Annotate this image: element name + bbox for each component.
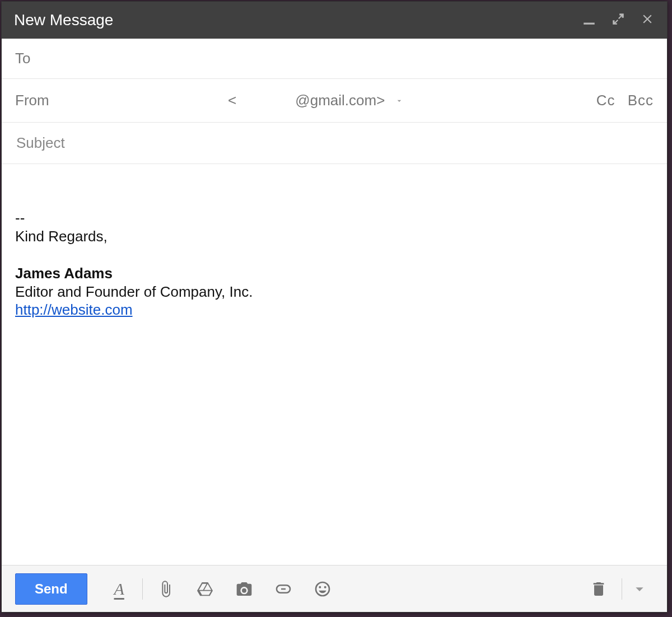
from-email[interactable]: @gmail.com> (239, 92, 385, 109)
drive-button[interactable] (185, 573, 225, 605)
subject-input[interactable] (15, 134, 654, 152)
smile-icon (314, 580, 332, 598)
to-label: To (15, 50, 30, 67)
trash-icon (590, 580, 608, 598)
close-icon[interactable] (640, 12, 655, 29)
link-button[interactable] (264, 573, 303, 605)
window-title: New Message (14, 11, 582, 29)
compose-window: New Message To From < @gmail.com> (1, 1, 668, 613)
signature-name: James Adams (15, 264, 654, 283)
window-controls (582, 12, 655, 29)
attach-button[interactable] (146, 573, 185, 605)
drive-icon (196, 580, 214, 598)
header-fields: To From < @gmail.com> Cc Bcc (2, 39, 667, 164)
minimize-icon[interactable] (582, 12, 596, 29)
cc-bcc-controls: Cc Bcc (589, 92, 654, 109)
formatting-button[interactable]: A (100, 573, 139, 605)
toolbar-divider (142, 578, 143, 600)
discard-button[interactable] (579, 573, 618, 605)
cc-button[interactable]: Cc (596, 92, 615, 109)
from-angle-open: < (228, 92, 236, 109)
to-row[interactable]: To (2, 39, 667, 79)
signature-link[interactable]: http://website.com (15, 301, 133, 318)
bcc-button[interactable]: Bcc (628, 92, 654, 109)
paperclip-icon (157, 580, 175, 598)
message-body[interactable]: -- Kind Regards, James Adams Editor and … (2, 164, 667, 565)
from-label: From (15, 92, 228, 109)
toolbar-divider-2 (622, 578, 622, 600)
signature-title: Editor and Founder of Company, Inc. (15, 283, 654, 301)
from-row: From < @gmail.com> Cc Bcc (2, 79, 667, 123)
from-dropdown-icon[interactable] (395, 96, 404, 105)
send-button[interactable]: Send (15, 573, 87, 605)
signature-closing: Kind Regards, (15, 227, 654, 246)
more-options-button[interactable] (626, 573, 654, 605)
link-icon (274, 580, 292, 598)
popout-icon[interactable] (611, 12, 626, 29)
chevron-down-icon (631, 580, 648, 598)
subject-row[interactable] (2, 123, 667, 164)
format-a-icon: A (114, 579, 124, 599)
photo-button[interactable] (225, 573, 264, 605)
signature-separator: -- (15, 209, 654, 227)
from-email-text: @gmail.com> (295, 92, 385, 109)
svg-rect-0 (584, 23, 595, 25)
titlebar: New Message (2, 2, 667, 39)
camera-icon (235, 580, 253, 598)
compose-toolbar: Send A (2, 565, 667, 612)
emoji-button[interactable] (303, 573, 342, 605)
